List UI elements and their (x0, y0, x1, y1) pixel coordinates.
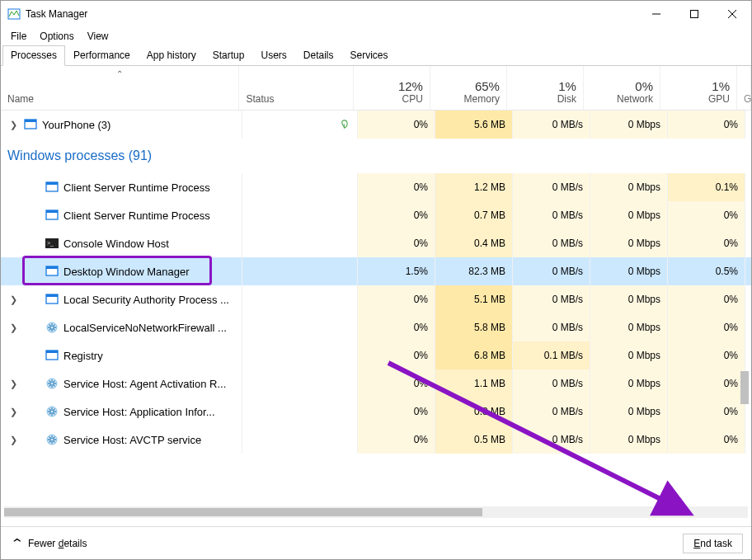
cell-gpu: 0.5% (668, 257, 745, 285)
cell-gpu: 0% (668, 398, 745, 426)
menu-file[interactable]: File (4, 29, 33, 44)
tab-details[interactable]: Details (295, 45, 342, 65)
table-row[interactable]: Client Server Runtime Process0%1.2 MB0 M… (1, 173, 751, 201)
column-disk-label: Disk (557, 93, 576, 105)
table-row[interactable]: ❯Service Host: Agent Activation R...0%1.… (1, 369, 751, 398)
app-icon (45, 349, 59, 362)
table-row[interactable]: Registry0%6.8 MB0.1 MB/s0 Mbps0% (1, 341, 751, 369)
cell-memory: 0.4 MB (435, 229, 513, 257)
chevron-right-icon[interactable]: ❯ (7, 407, 19, 417)
table-row[interactable]: ❯Service Host: AVCTP service0%0.5 MB0 MB… (1, 426, 751, 454)
gpu-total: 1% (712, 79, 730, 93)
process-name: Service Host: AVCTP service (63, 434, 201, 446)
column-cpu[interactable]: 12% CPU (354, 66, 430, 110)
cell-cpu: 0% (358, 369, 435, 398)
leaf-icon (340, 119, 349, 131)
table-row[interactable]: ❯Local Security Authority Process ...0%5… (1, 285, 751, 313)
tab-startup[interactable]: Startup (204, 45, 253, 65)
column-status[interactable]: Status (239, 66, 353, 110)
cell-name: Registry (1, 341, 242, 369)
app-icon (24, 118, 37, 131)
tab-users[interactable]: Users (252, 45, 294, 65)
chevron-right-icon[interactable]: ❯ (7, 435, 19, 445)
column-name-label: Name (7, 93, 232, 105)
tab-processes[interactable]: Processes (2, 45, 65, 66)
cell-network: 0 Mbps (590, 173, 668, 201)
cell-gpu: 0% (668, 285, 745, 313)
scrollbar-thumb[interactable] (740, 371, 749, 404)
menu-view[interactable]: View (81, 29, 115, 44)
process-name: Client Server Runtime Process (63, 209, 210, 222)
table-row[interactable]: ❯LocalServiceNoNetworkFirewall ...0%5.8 … (1, 313, 751, 341)
cell-disk: 0 MB/s (513, 313, 590, 341)
horizontal-scrollbar[interactable] (4, 506, 748, 518)
chevron-right-icon[interactable]: ❯ (7, 294, 19, 305)
column-name[interactable]: ⌃ Name (1, 66, 239, 110)
titlebar: Task Manager (1, 1, 751, 27)
tab-apphistory[interactable]: App history (139, 45, 204, 65)
cell-memory: 5.6 MB (435, 111, 513, 139)
cell-disk: 0 MB/s (513, 173, 590, 201)
scrollbar-thumb[interactable] (4, 508, 482, 516)
tab-services[interactable]: Services (342, 45, 397, 65)
column-gpu-label: GPU (708, 93, 730, 105)
cell-name: ❯Local Security Authority Process ... (1, 285, 242, 313)
table-row[interactable]: >_Console Window Host0%0.4 MB0 MB/s0 Mbp… (1, 229, 751, 257)
chevron-right-icon[interactable]: ❯ (7, 322, 19, 333)
fewer-details-button[interactable]: ⌃ Fewer details (9, 533, 90, 554)
column-disk[interactable]: 1% Disk (507, 66, 584, 110)
cell-status (242, 398, 358, 426)
cell-status (242, 229, 358, 257)
group-label: Windows processes (91) (7, 148, 152, 163)
cell-name: ❯Service Host: Agent Activation R... (1, 369, 242, 398)
column-network[interactable]: 0% Network (584, 66, 660, 110)
close-button[interactable] (713, 1, 751, 27)
svg-rect-11 (46, 210, 58, 213)
column-cpu-label: CPU (402, 93, 423, 105)
cell-cpu: 0% (358, 341, 435, 369)
cell-disk: 0 MB/s (513, 369, 590, 398)
cell-cpu: 0% (358, 201, 435, 229)
svg-rect-9 (46, 182, 58, 185)
menu-options[interactable]: Options (33, 29, 80, 44)
app-icon (7, 7, 21, 21)
column-extra[interactable]: G (737, 66, 751, 110)
table-row[interactable]: Desktop Window Manager1.5%82.3 MB0 MB/s0… (1, 257, 751, 285)
svg-rect-29 (46, 351, 58, 353)
table-row[interactable]: Client Server Runtime Process0%0.7 MB0 M… (1, 201, 751, 229)
cell-gpu: 0% (668, 313, 745, 341)
column-gpu[interactable]: 1% GPU (660, 66, 737, 110)
group-header[interactable]: Windows processes (91) (1, 139, 751, 173)
cell-status (242, 313, 358, 341)
cell-network: 0 Mbps (590, 398, 668, 426)
cell-gpu: 0% (668, 111, 745, 139)
tab-performance[interactable]: Performance (65, 45, 139, 65)
table-row[interactable]: ❯ YourPhone (3) 0% 5.6 MB 0 MB/s 0 Mbps … (1, 111, 751, 139)
process-name: Client Server Runtime Process (63, 181, 210, 194)
table-row[interactable]: ❯Service Host: Application Infor...0%0.8… (1, 398, 751, 426)
cell-cpu: 0% (358, 313, 435, 341)
table-body: ❯ YourPhone (3) 0% 5.6 MB 0 MB/s 0 Mbps … (1, 111, 751, 454)
process-name: LocalServiceNoNetworkFirewall ... (63, 322, 227, 334)
chevron-right-icon[interactable]: ❯ (7, 379, 19, 389)
cell-cpu: 1.5% (358, 257, 435, 285)
cell-name: ❯ YourPhone (3) (1, 111, 242, 139)
cell-disk: 0 MB/s (513, 229, 590, 257)
cell-memory: 1.1 MB (435, 369, 513, 398)
cell-gpu: 0% (668, 341, 745, 369)
cell-disk: 0 MB/s (513, 111, 590, 139)
column-memory[interactable]: 65% Memory (430, 66, 507, 110)
end-task-button[interactable]: End task (683, 534, 743, 553)
maximize-button[interactable] (675, 1, 713, 27)
chevron-right-icon[interactable]: ❯ (7, 120, 19, 130)
minimize-button[interactable] (637, 1, 675, 27)
cell-status (242, 285, 358, 313)
cell-network: 0 Mbps (590, 369, 668, 398)
cpu-total: 12% (398, 79, 423, 93)
cell-memory: 5.8 MB (435, 313, 513, 341)
vertical-scrollbar[interactable] (739, 119, 750, 518)
cell-name: Desktop Window Manager (1, 257, 242, 285)
process-name: Registry (63, 350, 103, 362)
cell-disk: 0 MB/s (513, 285, 590, 313)
app-icon (45, 293, 59, 306)
